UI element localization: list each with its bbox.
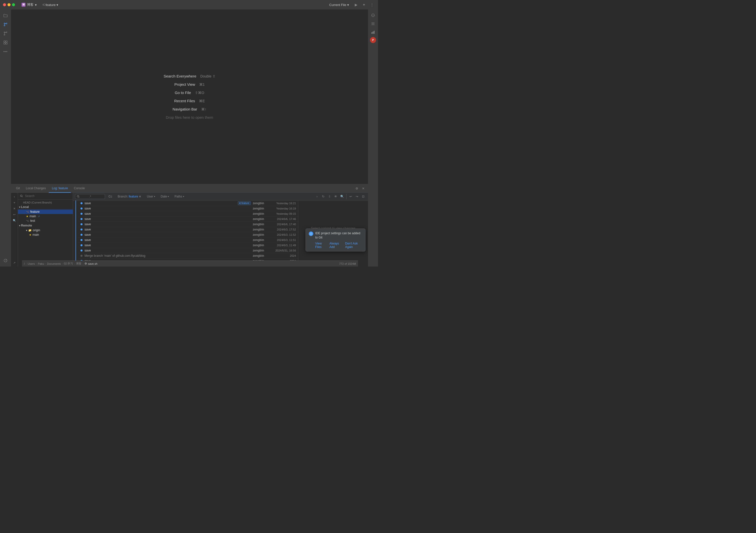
table-row[interactable]: save zengbin 2024/5/31, 16:56: [78, 248, 298, 253]
update-icon[interactable]: ✕: [12, 206, 17, 211]
svg-rect-8: [4, 43, 5, 44]
avatar-icon[interactable]: P: [370, 37, 376, 43]
commit-dot: [80, 207, 83, 209]
collapse-icon[interactable]: ‹: [12, 194, 17, 199]
paths-filter-button[interactable]: Paths ▾: [173, 194, 186, 199]
project-icon: 博: [21, 3, 25, 7]
list-icon[interactable]: [369, 20, 377, 28]
branch-label: Branch:: [118, 195, 128, 198]
commit-date: Yesterday 09:15: [268, 212, 296, 215]
undo-icon[interactable]: ↩: [348, 194, 354, 199]
sidebar-folder-icon[interactable]: [2, 12, 10, 19]
shortcut-project: Project View ⌘1: [175, 82, 205, 87]
push-icon[interactable]: ↩: [12, 212, 17, 217]
svg-line-20: [79, 197, 79, 198]
path-paku[interactable]: Paku: [38, 262, 44, 265]
branch-icon: ⌥: [26, 210, 29, 214]
branch-feature[interactable]: ⌥ feature: [18, 209, 73, 214]
log-search-btn[interactable]: 🔍: [339, 194, 345, 199]
table-row[interactable]: save zengbin Yesterday 16:19: [78, 206, 298, 211]
path-documents[interactable]: Documents: [47, 262, 61, 265]
more-button[interactable]: ⋮: [369, 2, 375, 8]
tab-console[interactable]: Console: [71, 184, 88, 193]
eye-icon[interactable]: 👁: [333, 194, 338, 199]
expand-icon[interactable]: ↗: [12, 260, 17, 265]
sidebar-bottom-icon[interactable]: [2, 256, 10, 264]
table-row[interactable]: save ⑆ feature zengbin Yesterday 16:21: [78, 200, 298, 206]
table-row[interactable]: save zengbin 2024/6/6, 17:46: [78, 217, 298, 222]
view-icon[interactable]: ⊡: [361, 194, 366, 199]
recent-files-label: Recent Files: [174, 99, 195, 103]
tab-local-changes[interactable]: Local Changes: [23, 184, 49, 193]
shortcut-navbar: Navigation Bar ⌘↑: [173, 107, 206, 111]
sidebar-more-icon[interactable]: •••: [2, 47, 10, 56]
commit-date: 2024/6/3, 11:51: [268, 238, 296, 242]
always-add-link[interactable]: Always Add: [330, 242, 342, 249]
user-chevron-icon: ▾: [154, 195, 155, 198]
panel-settings-icon[interactable]: ⚙: [354, 186, 360, 191]
refresh-icon[interactable]: ↻: [320, 194, 326, 199]
branch-test[interactable]: ⌥ test: [18, 219, 73, 223]
sidebar-branch-icon[interactable]: [2, 30, 10, 38]
branch-plain-icon: ⌥: [26, 219, 29, 223]
table-row[interactable]: save zengbin 2024/6/3, 17:52: [78, 227, 298, 232]
commit-scroll[interactable]: save ⑆ feature zengbin Yesterday 16:21 s…: [78, 200, 298, 267]
branch-filter-button[interactable]: Branch: feature: [116, 194, 144, 199]
view-files-link[interactable]: View Files: [315, 242, 327, 249]
table-row[interactable]: save zengbin 2024/6/3, 11:51: [78, 237, 298, 243]
search-tree-icon[interactable]: 🔍: [12, 218, 17, 223]
local-section-header[interactable]: Local: [18, 204, 73, 209]
commit-dot: [80, 202, 83, 204]
shortcut-goto: Go to File ⇧⌘O: [175, 91, 204, 95]
log-search-bar[interactable]: .*: [75, 194, 105, 199]
table-row[interactable]: Merge branch 'main' of github.com:flycat…: [78, 253, 298, 258]
remote-main-label: main: [33, 233, 39, 236]
tab-log-feature[interactable]: Log: feature: [49, 184, 71, 193]
pull-icon[interactable]: ⇩: [327, 194, 332, 199]
sidebar-git-icon[interactable]: [2, 20, 10, 29]
svg-rect-14: [371, 32, 372, 34]
notification-icon[interactable]: [369, 12, 377, 19]
table-row[interactable]: save zengbin 2024/6/3, 11:49: [78, 243, 298, 248]
expand-all-icon[interactable]: ›: [314, 194, 320, 199]
stats-icon[interactable]: [369, 29, 377, 36]
table-row[interactable]: save zengbin 2024/6/6, 17:40: [78, 222, 298, 227]
remote-origin-main[interactable]: ★ main: [18, 232, 73, 237]
current-file-button[interactable]: Current File ▾: [327, 3, 351, 7]
search-button[interactable]: ✦: [361, 2, 367, 8]
table-row[interactable]: save zengbin Yesterday 09:15: [78, 211, 298, 217]
fetch-icon[interactable]: +: [12, 200, 17, 205]
date-filter-button[interactable]: Date ▾: [159, 194, 171, 199]
user-filter-button[interactable]: User ▾: [145, 194, 157, 199]
panel-close-icon[interactable]: ✕: [361, 186, 366, 191]
log-search-input[interactable]: [81, 195, 88, 198]
case-sensitive-button[interactable]: Cc: [106, 194, 114, 199]
head-item[interactable]: HEAD (Current Branch): [18, 200, 73, 204]
current-file-chevron: ▾: [347, 3, 349, 7]
path-users[interactable]: Users: [28, 262, 35, 265]
dont-ask-link[interactable]: Don't Ask Again: [345, 242, 362, 249]
close-button[interactable]: [3, 3, 6, 6]
branch-main-label: main: [30, 215, 36, 218]
branch-main[interactable]: ★ main ↗: [18, 214, 73, 219]
run-button[interactable]: ▶: [353, 2, 359, 8]
minimize-button[interactable]: [8, 3, 11, 6]
project-selector[interactable]: 博 博客 ▾: [19, 2, 39, 8]
goto-file-key: ⇧⌘O: [195, 91, 204, 95]
sidebar-plugin-icon[interactable]: [2, 39, 10, 46]
commit-message: save: [85, 233, 251, 236]
git-search-input[interactable]: [24, 194, 71, 198]
path-file[interactable]: save.sh: [88, 262, 97, 265]
remote-section-header[interactable]: Remote: [18, 223, 73, 228]
path-study[interactable]: 02.学习: [64, 262, 73, 265]
branch-selector[interactable]: ⑆ feature ▾: [41, 3, 60, 7]
tab-git[interactable]: Git: [13, 184, 23, 193]
folder-icon: 📁: [28, 229, 32, 232]
branch-filter-close-icon: [139, 195, 141, 198]
remote-origin[interactable]: 📁 origin: [18, 228, 73, 232]
redo-icon[interactable]: ↪: [354, 194, 360, 199]
path-blog[interactable]: 博客: [76, 262, 82, 265]
table-row[interactable]: save zengbin 2024/6/3, 11:52: [78, 232, 298, 237]
path-root[interactable]: /: [24, 262, 25, 265]
maximize-button[interactable]: [12, 3, 15, 6]
